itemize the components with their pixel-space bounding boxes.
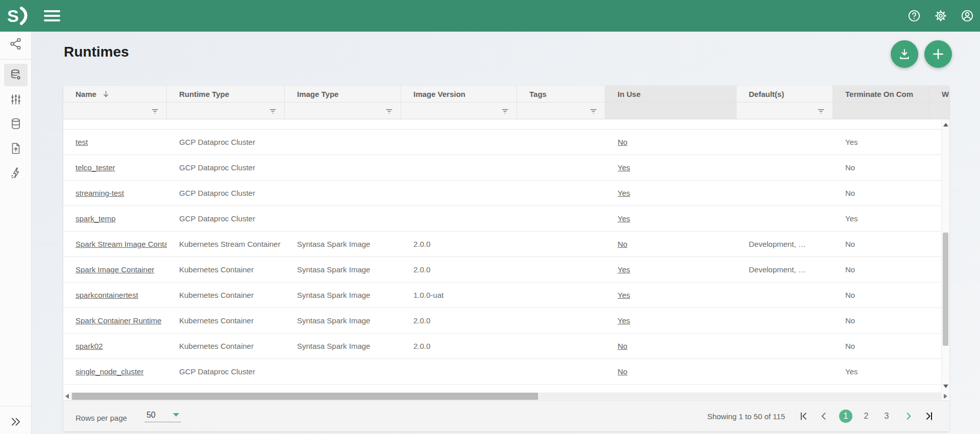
app-logo[interactable]: S <box>7 6 31 26</box>
cell-image_type: Syntasa Spark Image <box>285 334 401 359</box>
in-use-link[interactable]: Yes <box>618 316 630 325</box>
table-row: spark_tempGCP Dataproc ClusterYesYes <box>63 206 949 232</box>
first-page-button[interactable] <box>798 411 808 421</box>
in-use-link[interactable]: Yes <box>618 214 630 223</box>
filter-icon[interactable] <box>385 107 394 115</box>
runtime-name-link[interactable]: Spark Container Runtime <box>76 316 161 325</box>
runtime-name-link[interactable]: spark02 <box>76 342 103 350</box>
page-number-3[interactable]: 3 <box>880 410 893 423</box>
filter-icon[interactable] <box>501 107 509 115</box>
runtime-name-link[interactable]: single_node_cluster <box>76 367 143 376</box>
horizontal-scrollbar[interactable] <box>63 392 949 401</box>
rows-per-page-select[interactable]: 50 <box>144 411 181 422</box>
column-header-runtime_type[interactable]: Runtime Type <box>167 86 285 102</box>
cell-terminate: Yes <box>833 206 929 231</box>
top-app-bar: S <box>0 0 980 32</box>
page-number-2[interactable]: 2 <box>860 410 873 423</box>
next-page-button[interactable] <box>903 411 914 421</box>
scroll-left-arrow-icon[interactable] <box>65 394 69 399</box>
sidebar-item-file-upload[interactable] <box>0 136 32 161</box>
menu-hamburger-icon[interactable] <box>44 10 60 21</box>
in-use-link[interactable]: No <box>618 367 627 376</box>
cell-image_type <box>285 181 401 206</box>
filter-icon[interactable] <box>589 107 598 115</box>
runtime-name-link[interactable]: spark_temp <box>76 214 115 223</box>
file-upload-icon <box>9 142 22 155</box>
cell-defaults <box>737 181 833 206</box>
in-use-link[interactable]: No <box>618 240 627 248</box>
column-header-in_use[interactable]: In Use <box>605 86 737 102</box>
cell-image_version: 2.0.0 <box>401 334 517 359</box>
scroll-down-arrow-icon[interactable] <box>943 385 948 388</box>
sidebar-item-datasets[interactable] <box>0 112 32 136</box>
column-header-w[interactable]: W <box>929 86 949 102</box>
previous-page-button[interactable] <box>819 411 829 421</box>
filter-icon[interactable] <box>151 107 159 115</box>
cell-image_version <box>401 385 517 392</box>
runtime-name-link[interactable]: telco_tester <box>76 163 115 172</box>
table-row: single_node_clusterGCP Dataproc ClusterN… <box>63 359 949 385</box>
filter-cell-in_use <box>605 102 737 119</box>
cell-defaults <box>737 308 833 333</box>
cell-in_use: Yes <box>605 257 737 282</box>
column-header-image_type[interactable]: Image Type <box>285 86 401 102</box>
horizontal-scrollbar-track[interactable] <box>71 393 942 400</box>
cell-image_version: 2.0.0 <box>401 257 517 282</box>
in-use-link[interactable]: Yes <box>618 291 630 299</box>
table-row: spark02Kubernetes ContainerSyntasa Spark… <box>63 334 949 359</box>
download-runtimes-button[interactable] <box>891 40 918 68</box>
add-runtime-button[interactable] <box>924 40 952 68</box>
sidebar-item-flows[interactable] <box>0 32 32 56</box>
sidebar-expand-button[interactable] <box>0 410 32 434</box>
sidebar-bottom-divider <box>0 406 32 406</box>
sidebar-item-runtimes[interactable] <box>0 63 32 87</box>
sidebar-item-jobs[interactable] <box>0 161 32 185</box>
runtime-name-link[interactable]: Spark Stream Image Container <box>76 240 167 248</box>
in-use-link[interactable]: No <box>618 138 627 146</box>
cell-in_use: Yes <box>605 308 737 333</box>
scroll-right-arrow-icon[interactable] <box>944 394 947 399</box>
in-use-link[interactable]: Yes <box>618 163 630 172</box>
page-number-1[interactable]: 1 <box>839 410 852 423</box>
account-icon[interactable] <box>961 9 974 22</box>
runtime-name-link[interactable]: sparkcontainertest <box>76 291 138 299</box>
horizontal-scrollbar-thumb[interactable] <box>72 393 538 400</box>
cell-defaults: Development, … <box>737 232 833 257</box>
cell-image_type: Syntasa Spark Image <box>285 308 401 333</box>
column-header-terminate[interactable]: Terminate On Com <box>833 86 929 102</box>
runtime-name-link[interactable]: test <box>76 138 88 146</box>
cell-tags <box>517 385 605 392</box>
in-use-link[interactable]: Yes <box>618 265 630 274</box>
scroll-up-arrow-icon[interactable] <box>943 123 948 126</box>
cell-runtime_type: GCP Dataproc Cluster <box>167 206 285 231</box>
column-header-tags[interactable]: Tags <box>517 86 605 102</box>
last-page-button[interactable] <box>924 411 934 421</box>
cell-defaults: Development, … <box>737 257 833 282</box>
filter-icon[interactable] <box>817 107 825 115</box>
table-filter-row <box>63 102 949 119</box>
runtime-name-link[interactable]: streaming-test <box>76 189 124 197</box>
sidebar-item-parameters[interactable] <box>0 87 32 112</box>
filter-icon[interactable] <box>268 107 277 115</box>
runtime-name-link[interactable]: Spark Image Container <box>76 265 154 274</box>
column-header-image_version[interactable]: Image Version <box>401 86 517 102</box>
cell-in_use: No <box>605 359 737 384</box>
help-icon[interactable] <box>908 9 921 22</box>
cell-runtime_type: GCP Dataproc Cluster <box>167 130 285 155</box>
column-header-defaults[interactable]: Default(s) <box>737 86 833 102</box>
chevron-right-icon <box>903 411 914 421</box>
column-header-label: Terminate On Com <box>845 90 913 98</box>
sidebar-divider <box>0 59 31 60</box>
cell-image_type <box>285 206 401 231</box>
cell-tags <box>517 334 605 359</box>
filter-cell-tags <box>517 102 605 119</box>
vertical-scrollbar-thumb[interactable] <box>943 233 948 346</box>
in-use-link[interactable]: Yes <box>618 189 630 197</box>
settings-gear-icon[interactable] <box>934 9 947 22</box>
table-header-row: NameRuntime TypeImage TypeImage VersionT… <box>63 86 949 102</box>
vertical-scrollbar[interactable] <box>941 119 949 392</box>
column-header-name[interactable]: Name <box>63 86 167 102</box>
in-use-link[interactable]: No <box>618 342 627 350</box>
column-header-label: W <box>942 90 949 98</box>
table-row: Spark Image ContainerKubernetes Containe… <box>63 257 949 283</box>
